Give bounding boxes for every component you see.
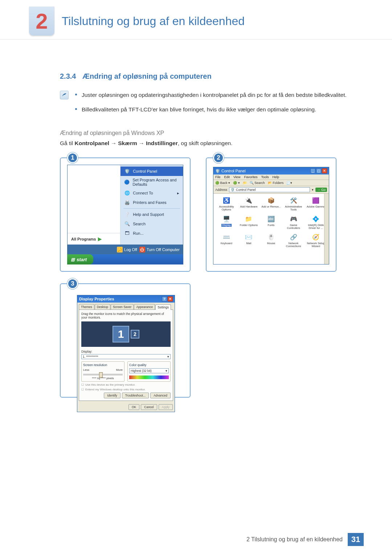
monitor-1[interactable]: 1 <box>113 326 129 342</box>
cp-item-icon: 🔗 <box>290 233 298 241</box>
chevron-down-icon: ▾ <box>167 355 169 358</box>
cp-item-icon: ⌨️ <box>222 233 230 241</box>
monitor-arrangement[interactable]: 1 2 <box>81 321 171 347</box>
power-icon: ⏻ <box>139 247 145 253</box>
maximize-button[interactable]: ▢ <box>316 168 321 173</box>
menu-tools[interactable]: Tools <box>261 175 269 179</box>
arrow-right-icon: ▸ <box>177 191 179 196</box>
control-panel-item[interactable]: 🖱️Mouse <box>260 233 282 249</box>
control-panel-item[interactable]: 📁Folder Options <box>238 214 260 231</box>
tab-settings[interactable]: Settings <box>155 304 171 310</box>
control-panel-item[interactable]: 🔌Add Hardware <box>238 196 260 212</box>
start-menu-item[interactable]: 🔍Search <box>121 219 183 229</box>
start-menu-item[interactable]: 🖨️Printers and Faxes <box>121 198 183 207</box>
control-panel-item[interactable]: 🔗Network Connections <box>283 233 305 249</box>
control-panel-item[interactable]: 📦Add or Remov... <box>260 196 282 212</box>
cp-item-icon: 🟪 <box>312 197 320 205</box>
forward-button[interactable]: 🟢 ▾ <box>233 181 240 185</box>
bullet-item: Billedkvaliteten på TFT-LCD'er kan blive… <box>75 105 352 114</box>
note-icon <box>60 91 69 99</box>
tab-screen-saver[interactable]: Screen Saver <box>111 304 134 309</box>
subsection-heading: Ændring af opløsningen på Windows XP <box>60 130 352 136</box>
turn-off-button[interactable]: ⏻ Turn Off Computer <box>139 247 180 253</box>
windows-icon: ⊞ <box>71 257 75 262</box>
menu-view[interactable]: View <box>233 175 240 179</box>
toolbar: 🟢 Back ▾ 🟢 ▾ 📁 🔍 Search 📂 Folders 🧾▾ <box>213 180 329 186</box>
color-quality-select[interactable]: Highest (32 bit) ▾ <box>129 368 169 373</box>
tab-desktop[interactable]: Desktop <box>95 304 110 309</box>
control-panel-item[interactable]: ⌨️Keyboard <box>216 233 237 249</box>
primary-monitor-checkbox: ☐Use this device as the primary monitor. <box>81 383 171 386</box>
window-title: 🛡️ Control Panel <box>215 169 246 173</box>
ok-button[interactable]: OK <box>128 404 139 410</box>
cp-item-icon: 🔤 <box>267 215 275 223</box>
display-select[interactable]: 1. ********** ▾ <box>81 354 171 359</box>
section-title: Ændring af opløsning på computeren <box>82 72 212 80</box>
page-number: 31 <box>348 533 364 546</box>
views-button[interactable]: 🧾▾ <box>286 181 292 185</box>
menu-favorites[interactable]: Favorites <box>244 175 257 179</box>
tab-themes[interactable]: Themes <box>79 304 94 309</box>
help-button[interactable]: ? <box>162 296 167 301</box>
instruction-text: Drag the monitor icons to match the phys… <box>81 312 171 319</box>
resolution-slider[interactable] <box>83 374 123 376</box>
go-button[interactable]: → Go <box>315 188 327 192</box>
start-menu-item[interactable]: 🛡️Control Panel <box>121 167 183 176</box>
advanced-button[interactable]: Advanced <box>150 393 171 398</box>
close-button[interactable]: ✕ <box>168 296 173 301</box>
control-panel-item[interactable]: 🔤Fonts <box>260 214 282 231</box>
menu-file[interactable]: File <box>215 175 221 179</box>
menu-edit[interactable]: Edit <box>224 175 230 179</box>
navigation-path: Gå til Kontrolpanel → Skærm → Indstillin… <box>60 140 352 147</box>
cp-item-icon: 🎮 <box>290 215 298 223</box>
cp-item-icon: ♿ <box>222 197 230 205</box>
control-panel-item[interactable]: 🖥️Display <box>216 214 237 231</box>
control-panel-item[interactable]: 🧭Network Setup Wizard <box>305 233 327 249</box>
control-panel-item[interactable]: ✉️Mail <box>238 233 260 249</box>
up-button[interactable]: 📁 <box>243 181 247 185</box>
minimize-button[interactable]: _ <box>310 168 315 173</box>
all-programs-button[interactable]: All Programs ▶ <box>68 233 120 245</box>
menu-item-icon: 🔵 <box>124 179 130 185</box>
control-panel-icon: 🛡️ <box>215 169 220 173</box>
dropdown-icon[interactable]: ▾ <box>312 188 314 192</box>
monitor-2[interactable]: 2 <box>131 330 139 338</box>
start-button[interactable]: ⊞ start <box>67 254 93 264</box>
extend-desktop-checkbox: ☐Extend my Windows desktop onto this mon… <box>81 388 171 391</box>
cancel-button[interactable]: Cancel <box>141 404 157 410</box>
start-menu-item[interactable]: 🗔Run... <box>121 229 183 238</box>
log-off-button[interactable]: 🔑 Log Off <box>117 247 137 253</box>
address-bar[interactable]: 🛡️ Control Panel <box>229 187 310 192</box>
chapter-number: 2 <box>36 9 48 34</box>
color-quality-legend: Color quality <box>129 363 169 367</box>
menu-help[interactable]: Help <box>272 175 279 179</box>
identify-button[interactable]: Identify <box>104 393 120 398</box>
control-panel-item[interactable]: 🛠️Administrative Tools <box>283 196 305 212</box>
step-badge-1: 1 <box>67 152 78 163</box>
control-panel-icon: 🛡️ <box>230 188 234 192</box>
start-menu-item[interactable]: 🔵Set Program Access and Defaults <box>121 176 183 188</box>
start-menu-item[interactable]: ❔Help and Support <box>121 210 183 219</box>
logoff-icon: 🔑 <box>117 247 123 253</box>
control-panel-item[interactable]: 💠Intel(R) GMA Driver for ... <box>305 214 327 231</box>
cp-item-icon: ✉️ <box>245 233 253 241</box>
screenshot-2-frame: 2 🛡️ Control Panel _ ▢ ✕ FileEditViewFav… <box>206 157 336 272</box>
window-title: Display Properties <box>79 297 114 301</box>
search-button[interactable]: 🔍 Search <box>250 181 265 185</box>
troubleshoot-button[interactable]: Troubleshoot... <box>122 393 149 398</box>
menu-item-icon: 🗔 <box>124 230 130 236</box>
chapter-title: Tilslutning og brug af en kildeenhed <box>62 15 245 28</box>
control-panel-item[interactable]: 🎮Game Controllers <box>283 214 305 231</box>
note-block: Juster opløsningen og opdateringshastigh… <box>60 91 352 120</box>
tab-appearance[interactable]: Appearance <box>134 304 155 309</box>
address-label: Address <box>215 188 227 192</box>
start-menu-item[interactable]: 🌐Connect To▸ <box>121 188 183 198</box>
back-button[interactable]: 🟢 Back ▾ <box>215 181 230 185</box>
footer-text: 2 Tilslutning og brug af en kildeenhed <box>246 536 343 543</box>
control-panel-item[interactable]: ♿Accessibility Options <box>216 196 237 212</box>
folders-button[interactable]: 📂 Folders <box>268 181 284 185</box>
control-panel-item[interactable]: 🟪Adobe Gamma <box>305 196 327 212</box>
close-button[interactable]: ✕ <box>322 168 327 173</box>
cp-item-icon: 🖱️ <box>267 233 275 241</box>
color-bar <box>129 376 169 379</box>
